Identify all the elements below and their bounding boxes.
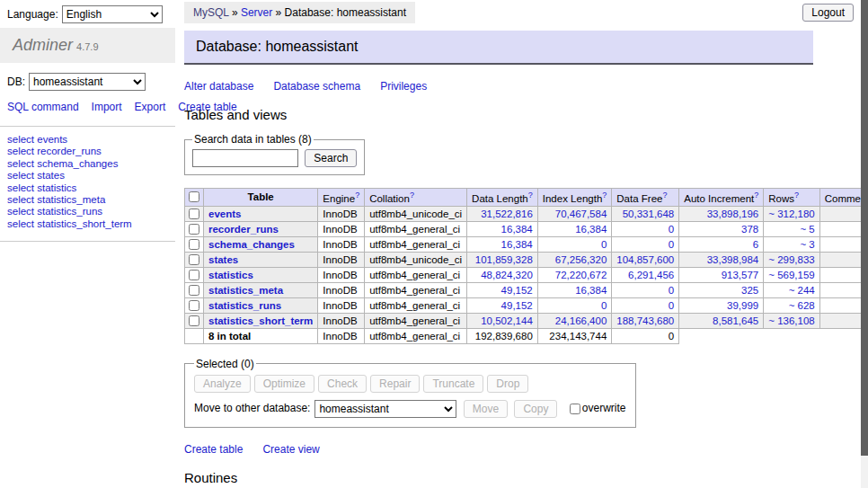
column-help-link[interactable]: ? (662, 191, 667, 200)
row-checkbox-statistics_runs[interactable] (189, 300, 199, 311)
data-free-link[interactable]: 0 (669, 285, 674, 296)
sidebar-select-recorder-runs[interactable]: select recorder_runs (7, 146, 168, 157)
auto-increment-link[interactable]: 39,999 (727, 300, 758, 311)
column-help-link[interactable]: ? (410, 191, 414, 200)
auto-increment-link[interactable]: 378 (741, 224, 758, 235)
link-create-table[interactable]: Create table (184, 443, 243, 456)
data-free-link[interactable]: 0 (669, 300, 674, 311)
rows-link[interactable]: ~ 569,159 (768, 270, 814, 280)
data-length-link[interactable]: 49,152 (501, 300, 533, 311)
column-help-link[interactable]: ? (754, 191, 758, 200)
app-name[interactable]: Adminer (13, 36, 73, 54)
sidebar-select-events[interactable]: select events (7, 134, 168, 146)
data-length-link[interactable]: 16,384 (501, 239, 533, 250)
sidebar-link-sql-command[interactable]: SQL command (7, 101, 79, 113)
column-help-link[interactable]: ? (794, 191, 799, 200)
auto-increment-link[interactable]: 33,898,196 (707, 209, 759, 219)
sidebar-select-statistics[interactable]: select statistics (7, 182, 168, 194)
data-length-link[interactable]: 16,384 (501, 224, 533, 235)
data-length-link[interactable]: 31,522,816 (481, 209, 533, 219)
column-help-link[interactable]: ? (528, 191, 533, 200)
data-free-link[interactable]: 0 (669, 224, 674, 235)
nav-link-database-schema[interactable]: Database schema (273, 80, 360, 93)
bulk-repair-button[interactable]: Repair (370, 375, 420, 393)
rows-link[interactable]: ~ 628 (789, 300, 815, 311)
data-free-link[interactable]: 0 (669, 239, 674, 250)
rows-link[interactable]: ~ 312,180 (768, 209, 814, 219)
sidebar-link-import[interactable]: Import (92, 101, 122, 113)
row-checkbox-recorder_runs[interactable] (189, 224, 199, 235)
sidebar-select-statistics-meta[interactable]: select statistics_meta (7, 194, 168, 206)
index-length-link[interactable]: 16,384 (575, 285, 607, 296)
overwrite-checkbox[interactable] (570, 404, 580, 414)
data-free-link[interactable]: 188,743,680 (616, 315, 674, 326)
copy-button[interactable]: Copy (514, 400, 557, 418)
auto-increment-link[interactable]: 6 (753, 239, 758, 250)
row-checkbox-events[interactable] (189, 209, 199, 219)
table-link-statistics_meta[interactable]: statistics_meta (208, 285, 283, 296)
bulk-drop-button[interactable]: Drop (487, 375, 528, 393)
nav-link-alter-database[interactable]: Alter database (184, 80, 253, 93)
sidebar-select-statistics-runs[interactable]: select statistics_runs (7, 206, 168, 217)
sidebar-link-export[interactable]: Export (135, 101, 166, 113)
scrollbar-thumb[interactable] (861, 0, 868, 456)
index-length-link[interactable]: 24,166,400 (555, 315, 607, 326)
data-free-link[interactable]: 50,331,648 (623, 209, 675, 219)
breadcrumb-link-server[interactable]: Server (241, 6, 272, 19)
index-length-link[interactable]: 70,467,584 (555, 209, 607, 219)
table-link-states[interactable]: states (208, 254, 238, 265)
index-length-link[interactable]: 0 (601, 239, 607, 250)
breadcrumb-link-mysql[interactable]: MySQL (193, 6, 229, 19)
rows-link[interactable]: ~ 299,833 (768, 254, 814, 265)
data-length-link[interactable]: 10,502,144 (481, 315, 533, 326)
bulk-optimize-button[interactable]: Optimize (254, 375, 314, 393)
link-create-view[interactable]: Create view (262, 443, 319, 456)
table-link-statistics[interactable]: statistics (208, 270, 253, 280)
auto-increment-link[interactable]: 325 (741, 285, 758, 296)
sidebar-select-schema-changes[interactable]: select schema_changes (7, 158, 168, 170)
data-free-link[interactable]: 104,857,600 (616, 254, 674, 265)
row-checkbox-schema_changes[interactable] (189, 239, 199, 250)
bulk-check-button[interactable]: Check (318, 375, 367, 393)
language-select[interactable]: English (62, 5, 163, 23)
move-db-select[interactable]: homeassistant (314, 400, 456, 418)
table-link-statistics_runs[interactable]: statistics_runs (208, 300, 281, 311)
logout-button[interactable]: Logout (802, 4, 854, 22)
row-checkbox-statistics[interactable] (189, 270, 199, 280)
index-length-link[interactable]: 16,384 (575, 224, 607, 235)
data-length-link[interactable]: 48,824,320 (481, 270, 533, 280)
auto-increment-link[interactable]: 33,398,984 (707, 254, 759, 265)
data-length-link[interactable]: 101,859,328 (475, 254, 533, 265)
column-help-link[interactable]: ? (355, 191, 359, 200)
move-button[interactable]: Move (464, 400, 508, 418)
sidebar-select-states[interactable]: select states (7, 170, 168, 182)
data-free-link[interactable]: 6,291,456 (628, 270, 674, 280)
rows-link[interactable]: ~ 3 (800, 239, 814, 250)
row-checkbox-statistics_meta[interactable] (189, 285, 199, 296)
table-link-statistics_short_term[interactable]: statistics_short_term (208, 315, 313, 326)
table-link-schema_changes[interactable]: schema_changes (208, 239, 295, 250)
auto-increment-link[interactable]: 8,581,645 (713, 315, 758, 326)
search-input[interactable] (192, 149, 298, 167)
search-button[interactable]: Search (305, 149, 357, 167)
row-checkbox-states[interactable] (189, 254, 199, 265)
index-length-link[interactable]: 0 (601, 300, 607, 311)
nav-link-privileges[interactable]: Privileges (380, 80, 427, 93)
rows-link[interactable]: ~ 244 (789, 285, 815, 296)
index-length-link[interactable]: 67,256,320 (555, 254, 607, 265)
db-select[interactable]: homeassistant (29, 73, 146, 91)
rows-link[interactable]: ~ 5 (800, 224, 814, 235)
rows-link[interactable]: ~ 136,108 (768, 315, 814, 326)
auto-increment-link[interactable]: 913,577 (722, 270, 759, 280)
row-checkbox-statistics_short_term[interactable] (189, 315, 199, 326)
vertical-scrollbar[interactable] (861, 0, 868, 488)
index-length-link[interactable]: 72,220,672 (555, 270, 607, 280)
data-length-link[interactable]: 49,152 (501, 285, 533, 296)
table-link-recorder_runs[interactable]: recorder_runs (208, 224, 279, 235)
column-help-link[interactable]: ? (602, 191, 607, 200)
table-link-events[interactable]: events (208, 209, 241, 219)
bulk-analyze-button[interactable]: Analyze (194, 375, 251, 393)
bulk-truncate-button[interactable]: Truncate (423, 375, 483, 393)
sidebar-select-statistics-short-term[interactable]: select statistics_short_term (7, 218, 168, 230)
select-all-checkbox[interactable] (189, 191, 199, 202)
